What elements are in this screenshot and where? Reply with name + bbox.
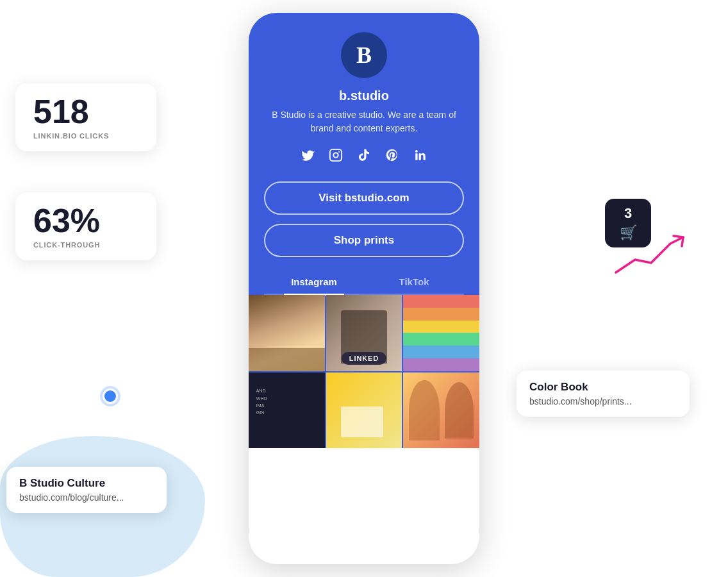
cart-count: 3 bbox=[611, 205, 645, 222]
culture-tooltip-url: bstudio.com/blog/culture... bbox=[19, 492, 154, 503]
tiktok-icon[interactable] bbox=[357, 148, 371, 166]
grid-cell-3[interactable]: 🛒 bbox=[403, 295, 479, 371]
colorbook-tooltip: Color Book bstudio.com/shop/prints... bbox=[517, 371, 690, 417]
phone-header: B b.studio B Studio is a creative studio… bbox=[249, 13, 479, 295]
social-icons-row bbox=[264, 148, 464, 166]
grid-cell-6[interactable] bbox=[403, 372, 479, 449]
content-tabs: Instagram TikTok bbox=[264, 269, 464, 295]
profile-bio: B Studio is a creative studio. We are a … bbox=[264, 108, 464, 135]
pinterest-icon[interactable] bbox=[385, 148, 399, 166]
avatar-letter: B bbox=[356, 42, 372, 69]
wave-indicator-dot bbox=[103, 389, 118, 404]
grid-cell-4[interactable]: ANDWHOIMAGIN bbox=[249, 372, 325, 449]
linkedin-icon[interactable] bbox=[413, 148, 427, 166]
instagram-photo-grid: 🛒 LINKED 🛒 bbox=[249, 295, 479, 448]
clicks-label: LINKIN.BIO CLICKS bbox=[33, 132, 138, 140]
ctr-number: 63% bbox=[33, 204, 138, 237]
culture-tooltip: B Studio Culture bstudio.com/blog/cultur… bbox=[6, 467, 167, 513]
twitter-icon[interactable] bbox=[301, 148, 315, 166]
grid-cell-5[interactable]: 🛒 bbox=[326, 372, 402, 449]
colorbook-tooltip-title: Color Book bbox=[529, 381, 677, 394]
visit-website-button[interactable]: Visit bstudio.com bbox=[264, 181, 464, 215]
phone-mockup: B b.studio B Studio is a creative studio… bbox=[249, 13, 479, 564]
culture-tooltip-title: B Studio Culture bbox=[19, 477, 154, 490]
profile-name: b.studio bbox=[264, 88, 464, 103]
linked-badge: LINKED bbox=[342, 352, 386, 365]
instagram-icon[interactable] bbox=[329, 148, 343, 166]
grid-cell-1[interactable]: 🛒 bbox=[249, 295, 325, 371]
ctr-label: CLICK-THROUGH bbox=[33, 241, 138, 249]
trend-arrow-chart bbox=[613, 231, 690, 285]
profile-avatar: B bbox=[341, 32, 387, 78]
svg-rect-0 bbox=[330, 149, 342, 161]
colorbook-tooltip-url: bstudio.com/shop/prints... bbox=[529, 396, 677, 406]
ctr-stat-card: 63% CLICK-THROUGH bbox=[15, 192, 156, 260]
svg-point-1 bbox=[333, 153, 338, 157]
clicks-number: 518 bbox=[33, 95, 138, 128]
clicks-stat-card: 518 LINKIN.BIO CLICKS bbox=[15, 83, 156, 151]
svg-point-2 bbox=[338, 151, 340, 153]
grid-cell-2[interactable]: LINKED bbox=[326, 295, 402, 371]
tab-tiktok[interactable]: TikTok bbox=[364, 269, 464, 294]
shop-prints-button[interactable]: Shop prints bbox=[264, 224, 464, 257]
tab-instagram[interactable]: Instagram bbox=[264, 269, 364, 294]
